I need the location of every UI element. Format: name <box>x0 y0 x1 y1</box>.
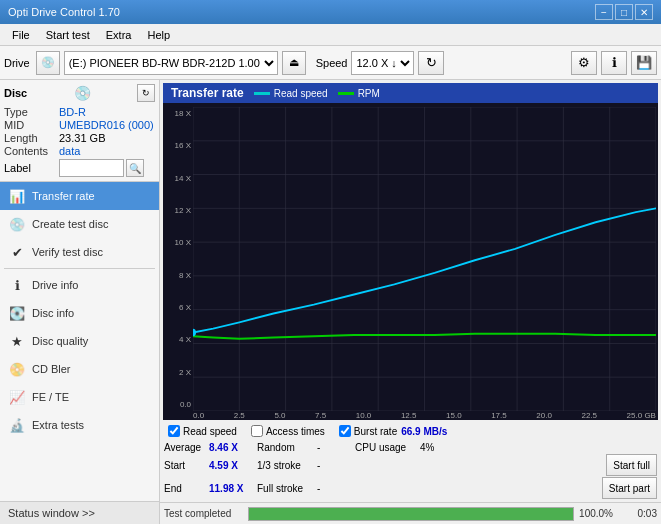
status-window-button[interactable]: Status window >> <box>0 501 159 524</box>
nav-verify-test-disc[interactable]: ✔ Verify test disc <box>0 238 159 266</box>
nav-transfer-rate[interactable]: 📊 Transfer rate <box>0 182 159 210</box>
disc-type-label: Type <box>4 106 59 118</box>
menu-start-test[interactable]: Start test <box>38 27 98 43</box>
x-label-75: 7.5 <box>315 411 326 420</box>
eject-button[interactable]: ⏏ <box>282 51 306 75</box>
chart-title: Transfer rate <box>171 86 244 100</box>
svg-point-21 <box>193 329 196 337</box>
chart-body: 18 X 16 X 14 X 12 X 10 X 8 X 6 X 4 X 2 X… <box>165 107 656 411</box>
menu-extra[interactable]: Extra <box>98 27 140 43</box>
nav-cd-bler[interactable]: 📀 CD Bler <box>0 355 159 383</box>
start-value: 4.59 X <box>209 460 249 471</box>
checkbox-row: Read speed Access times Burst rate 66.9 … <box>160 423 661 439</box>
stats-row-3: End 11.98 X Full stroke - Start part <box>164 477 657 499</box>
disc-mid-row: MID UMEBDR016 (000) <box>4 119 155 131</box>
nav-disc-info[interactable]: 💽 Disc info <box>0 299 159 327</box>
y-label-16: 16 X <box>175 141 191 150</box>
nav-fe-te[interactable]: 📈 FE / TE <box>0 383 159 411</box>
drive-icon-button[interactable]: 💿 <box>36 51 60 75</box>
y-axis: 18 X 16 X 14 X 12 X 10 X 8 X 6 X 4 X 2 X… <box>165 107 193 411</box>
legend-read-speed-color <box>254 92 270 95</box>
disc-label-row: Label 🔍 <box>4 159 155 177</box>
read-speed-check-label: Read speed <box>183 426 237 437</box>
statusbar-text: Test completed <box>164 508 244 519</box>
nav-cd-bler-label: CD Bler <box>32 363 71 375</box>
disc-type-value: BD-R <box>59 106 86 118</box>
nav-extra-tests[interactable]: 🔬 Extra tests <box>0 411 159 439</box>
access-times-check-label: Access times <box>266 426 325 437</box>
speed-select[interactable]: 12.0 X ↓ <box>351 51 414 75</box>
read-speed-checkbox-label[interactable]: Read speed <box>168 425 237 437</box>
disc-contents-value: data <box>59 145 80 157</box>
disc-contents-label: Contents <box>4 145 59 157</box>
y-label-14: 14 X <box>175 174 191 183</box>
start-full-button[interactable]: Start full <box>606 454 657 476</box>
y-label-18: 18 X <box>175 109 191 118</box>
speed-label: Speed <box>316 57 348 69</box>
statusbar: Test completed 100.0% 0:03 <box>160 502 661 524</box>
access-times-checkbox[interactable] <box>251 425 263 437</box>
burst-rate-checkbox-label[interactable]: Burst rate <box>339 425 397 437</box>
y-label-6: 6 X <box>179 303 191 312</box>
toolbar: Drive 💿 (E:) PIONEER BD-RW BDR-212D 1.00… <box>0 46 661 80</box>
disc-mid-label: MID <box>4 119 59 131</box>
speed-icon-button[interactable]: ↻ <box>418 51 444 75</box>
stats-row-2: Start 4.59 X 1/3 stroke - Start full <box>164 454 657 476</box>
disc-header-label: Disc <box>4 87 27 99</box>
y-label-8: 8 X <box>179 271 191 280</box>
stroke1-value: - <box>317 460 347 471</box>
stroke2-value: - <box>317 483 347 494</box>
left-panel: Disc 💿 ↻ Type BD-R MID UMEBDR016 (000) L… <box>0 80 160 524</box>
average-value: 8.46 X <box>209 442 249 453</box>
disc-section: Disc 💿 ↻ Type BD-R MID UMEBDR016 (000) L… <box>0 80 159 182</box>
info-button[interactable]: ℹ <box>601 51 627 75</box>
x-label-175: 17.5 <box>491 411 507 420</box>
disc-label-button[interactable]: 🔍 <box>126 159 144 177</box>
legend-read-speed: Read speed <box>254 88 328 99</box>
read-speed-checkbox[interactable] <box>168 425 180 437</box>
x-labels: 0.0 2.5 5.0 7.5 10.0 12.5 15.0 17.5 20.0… <box>193 411 656 420</box>
nav-create-test-disc[interactable]: 💿 Create test disc <box>0 210 159 238</box>
end-label: End <box>164 483 209 494</box>
close-button[interactable]: ✕ <box>635 4 653 20</box>
create-test-disc-icon: 💿 <box>8 215 26 233</box>
stats-row-1: Average 8.46 X Random - CPU usage 4% <box>164 442 657 453</box>
nav-drive-info[interactable]: ℹ Drive info <box>0 271 159 299</box>
chart-header: Transfer rate Read speed RPM <box>163 83 658 103</box>
start-part-button[interactable]: Start part <box>602 477 657 499</box>
disc-label-input[interactable] <box>59 159 124 177</box>
disc-icon: 💿 <box>74 85 91 101</box>
drive-info-icon: ℹ <box>8 276 26 294</box>
chart-plot <box>193 107 656 411</box>
x-label-25gb: 25.0 GB <box>627 411 656 420</box>
burst-rate-check-label: Burst rate <box>354 426 397 437</box>
stroke1-label: 1/3 stroke <box>257 460 317 471</box>
random-value: - <box>317 442 347 453</box>
access-times-checkbox-label[interactable]: Access times <box>251 425 325 437</box>
menubar: File Start test Extra Help <box>0 24 661 46</box>
x-label-5: 5.0 <box>274 411 285 420</box>
save-button[interactable]: 💾 <box>631 51 657 75</box>
disc-refresh-button[interactable]: ↻ <box>137 84 155 102</box>
nav-drive-info-label: Drive info <box>32 279 78 291</box>
nav-section: 📊 Transfer rate 💿 Create test disc ✔ Ver… <box>0 182 159 501</box>
x-label-125: 12.5 <box>401 411 417 420</box>
menu-help[interactable]: Help <box>139 27 178 43</box>
disc-label-label: Label <box>4 162 59 174</box>
y-label-0: 0.0 <box>180 400 191 409</box>
drive-select[interactable]: (E:) PIONEER BD-RW BDR-212D 1.00 <box>64 51 278 75</box>
x-label-0: 0.0 <box>193 411 204 420</box>
maximize-button[interactable]: □ <box>615 4 633 20</box>
fe-te-icon: 📈 <box>8 388 26 406</box>
main-layout: Disc 💿 ↻ Type BD-R MID UMEBDR016 (000) L… <box>0 80 661 524</box>
menu-file[interactable]: File <box>4 27 38 43</box>
nav-disc-quality[interactable]: ★ Disc quality <box>0 327 159 355</box>
nav-disc-quality-label: Disc quality <box>32 335 88 347</box>
progress-bar-fill <box>249 508 573 520</box>
x-label-25: 2.5 <box>234 411 245 420</box>
burst-rate-checkbox[interactable] <box>339 425 351 437</box>
x-label-20: 20.0 <box>536 411 552 420</box>
minimize-button[interactable]: − <box>595 4 613 20</box>
extra-tests-icon: 🔬 <box>8 416 26 434</box>
settings-button[interactable]: ⚙ <box>571 51 597 75</box>
